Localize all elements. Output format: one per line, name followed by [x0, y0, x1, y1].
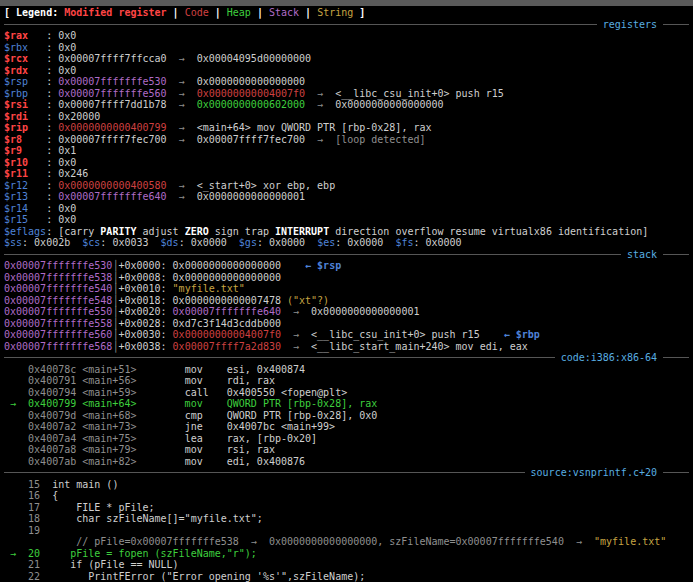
- text-segment: :: [28, 214, 58, 225]
- text-segment: $r8: [4, 134, 22, 145]
- text-segment: 0x0000000000000001: [197, 191, 305, 202]
- separator-line: [663, 254, 689, 255]
- text-segment: 0x0000000000602000: [197, 99, 305, 110]
- text-segment: 0x40079d <main+68>: [4, 410, 185, 421]
- separator-line: [4, 472, 525, 473]
- code-row: 0x400794 <main+59> call 0x400550 <fopen@…: [4, 387, 693, 399]
- source-row: 22 PrintFError ("Error opening '%s'",szF…: [4, 571, 693, 582]
- text-segment: →: [167, 180, 197, 191]
- code-row: 0x4007a8 <main+79> mov rsi, rax: [4, 444, 693, 456]
- text-segment: mov rsi, rax: [185, 444, 275, 455]
- text-segment: :: [28, 191, 58, 202]
- source-row: 19: [4, 525, 693, 537]
- text-segment: $r13: [4, 191, 28, 202]
- text-segment: :: [28, 157, 58, 168]
- text-segment: $eflags: [4, 226, 46, 237]
- stack-separator: stack: [4, 249, 693, 261]
- text-segment: :: [28, 30, 58, 41]
- reg-r11: $r11 : 0x246: [4, 168, 693, 180]
- section-title: source:vsnprintf.c+20: [531, 467, 657, 479]
- text-segment: |: [167, 7, 185, 18]
- text-segment: →: [305, 88, 335, 99]
- text-segment: $r15: [4, 214, 28, 225]
- text-segment: ]: [353, 7, 365, 18]
- text-segment: 0x00007fffffffe558: [4, 318, 112, 329]
- text-segment: 0x00007ffff7ffcca0: [58, 53, 166, 64]
- text-segment: 0x00007fffffffe560: [4, 329, 112, 340]
- text-segment: 0x00007ffff7dd1b78: [58, 99, 166, 110]
- text-segment: 0x4007a4 <main+75>: [4, 433, 185, 444]
- text-segment: : 0x0033: [100, 237, 160, 248]
- reg-rax: $rax : 0x0: [4, 30, 693, 42]
- source-separator: source:vsnprintf.c+20: [4, 467, 693, 479]
- text-segment: "myfile.txt": [173, 283, 245, 294]
- text-segment: :: [28, 42, 58, 53]
- text-segment: 0x20000: [58, 111, 100, 122]
- reg-rcx: $rcx : 0x00007ffff7ffcca0 → 0x00004095d0…: [4, 53, 693, 65]
- text-segment: 0x00004095d00000000: [197, 53, 311, 64]
- reg-rbx: $rbx : 0x0: [4, 42, 693, 54]
- text-segment: 21: [4, 559, 70, 570]
- stack-row: 0x00007fffffffe550│+0x0020: 0x00007fffff…: [4, 306, 693, 318]
- text-segment: : 0x0000: [413, 237, 461, 248]
- code-row: 0x4007ab <main+82> mov edi, 0x400876: [4, 456, 693, 468]
- section-title: code:i386:x86-64: [561, 352, 657, 364]
- text-segment: $r14: [4, 203, 28, 214]
- reg-r13: $r13 : 0x00007fffffffe640 → 0x0000000000…: [4, 191, 693, 203]
- source-row: 18 char szFileName[]="myfile.txt";: [4, 513, 693, 525]
- reg-r14: $r14 : 0x0: [4, 203, 693, 215]
- text-segment: mov edi, 0x400876: [185, 456, 305, 467]
- text-segment: 0x1: [58, 145, 76, 156]
- text-segment: 0x00007ffff7a2d830: [173, 341, 281, 352]
- text-segment: 0x0000000000400799: [58, 122, 166, 133]
- text-segment: 0x0: [58, 203, 76, 214]
- text-segment: 17: [4, 502, 52, 513]
- text-segment: $cs: [82, 237, 100, 248]
- text-segment: +0x0038:: [118, 341, 172, 352]
- text-segment: 0xd7c3f14d3cddb000: [173, 318, 281, 329]
- reg-r10: $r10 : 0x0: [4, 157, 693, 169]
- text-segment: $rbp: [4, 88, 28, 99]
- reg-rip: $rip : 0x0000000000400799 → <main+64> mo…: [4, 122, 693, 134]
- text-segment: 16: [4, 490, 52, 501]
- text-segment: 0x0000000000000000: [335, 99, 443, 110]
- text-segment: +0x0030:: [118, 329, 172, 340]
- reg-rbp: $rbp : 0x00007fffffffe560 → 0x0000000000…: [4, 88, 693, 100]
- separator-line: [4, 357, 555, 358]
- text-segment: $gs: [239, 237, 257, 248]
- text-segment: |: [251, 7, 269, 18]
- text-segment: $ss: [4, 237, 22, 248]
- text-segment: :: [22, 145, 58, 156]
- text-segment: 0x00007fffffffe568: [4, 341, 112, 352]
- text-segment: $rdx: [4, 65, 28, 76]
- text-segment: <__libc_start_main+240> mov edi, eax: [311, 341, 528, 352]
- registers-separator: registers: [4, 19, 693, 31]
- text-segment: 0x00007ffff7fec700: [58, 134, 166, 145]
- text-segment: |: [299, 7, 317, 18]
- text-segment: $rax: [4, 30, 28, 41]
- text-segment: :: [28, 65, 58, 76]
- text-segment: $rsp: [4, 76, 28, 87]
- text-segment: $r12: [4, 180, 28, 191]
- text-segment: $r10: [4, 157, 28, 168]
- text-segment: call 0x400550 <fopen@plt>: [185, 387, 348, 398]
- text-segment: : 0x0000: [257, 237, 317, 248]
- text-segment: [ Legend:: [4, 7, 64, 18]
- text-segment: +0x0020:: [118, 306, 172, 317]
- text-segment: adjust: [136, 226, 184, 237]
- reg-r8: $r8 : 0x00007ffff7fec700 → 0x00007ffff7f…: [4, 134, 693, 146]
- gdb-gef-terminal[interactable]: [ Legend: Modified register | Code | Hea…: [0, 0, 693, 582]
- text-segment: 0x4007ab <main+82>: [4, 456, 185, 467]
- text-segment: direction overflow resume virtualx86 ide…: [329, 226, 648, 237]
- legend-bar: [ Legend: Modified register | Code | Hea…: [4, 7, 693, 19]
- text-segment: if (pFile == NULL): [70, 559, 178, 570]
- text-segment: ("xt"?): [281, 295, 329, 306]
- code-row-current: → 0x400799 <main+64> mov QWORD PTR [rbp-…: [4, 398, 693, 410]
- source-row: 15 int main (): [4, 479, 693, 491]
- text-segment: Code: [185, 7, 209, 18]
- text-segment: →: [167, 88, 197, 99]
- text-segment: 0x4007a2 <main+73>: [4, 421, 185, 432]
- text-segment: :: [28, 122, 58, 133]
- source-annotation: // pFile=0x00007fffffffe538 → 0x00000000…: [4, 536, 693, 548]
- code-row: 0x4007a4 <main+75> lea rax, [rbp-0x20]: [4, 433, 693, 445]
